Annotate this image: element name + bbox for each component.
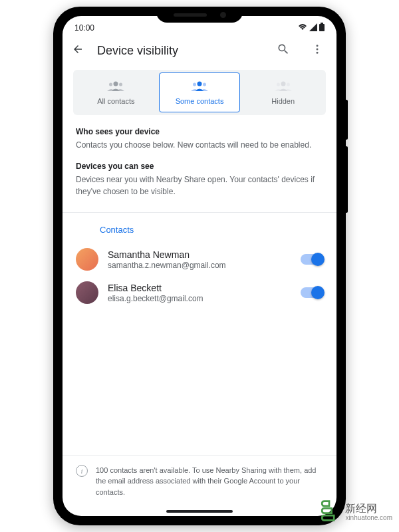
page-title: Device visibility: [97, 44, 259, 58]
section-title: Who sees your device: [76, 127, 323, 136]
phone-notch: [156, 7, 243, 23]
svg-point-6: [109, 83, 112, 86]
who-sees-section: Who sees your device Contacts you choose…: [63, 127, 336, 162]
svg-point-5: [114, 82, 118, 86]
info-icon: i: [76, 465, 88, 477]
svg-point-7: [119, 83, 122, 86]
contact-email: samantha.z.newman@gmail.com: [108, 261, 291, 270]
svg-rect-0: [321, 23, 323, 24]
visibility-tabs: All contacts Some contacts Hidden: [73, 70, 326, 115]
watermark-url: xinhuatone.com: [345, 514, 392, 521]
search-icon[interactable]: [273, 43, 294, 59]
nav-bar: [63, 511, 336, 516]
svg-rect-1: [319, 24, 325, 31]
back-button[interactable]: [72, 43, 84, 59]
contact-toggle[interactable]: [301, 254, 323, 265]
people-icon: [275, 80, 292, 94]
tab-hidden[interactable]: Hidden: [243, 72, 323, 112]
section-description: Contacts you choose below. New contacts …: [76, 139, 323, 151]
wifi-icon: [298, 23, 307, 33]
tab-label: Hidden: [271, 97, 295, 105]
battery-icon: [319, 23, 325, 33]
home-gesture-pill[interactable]: [166, 510, 233, 513]
svg-point-4: [317, 52, 319, 54]
svg-point-10: [203, 83, 206, 86]
app-bar: Device visibility: [63, 37, 336, 67]
svg-point-2: [317, 45, 319, 47]
svg-point-13: [287, 83, 290, 86]
svg-point-11: [281, 82, 285, 86]
watermark: 新经网 xinhuatone.com: [317, 499, 392, 525]
divider: [63, 212, 336, 213]
contact-toggle[interactable]: [301, 287, 323, 298]
watermark-logo-icon: [317, 499, 341, 525]
people-icon: [107, 80, 124, 94]
status-time: 10:00: [74, 23, 94, 33]
section-description: Devices near you with Nearby Share open.…: [76, 174, 323, 198]
contact-email: elisa.g.beckett@gmail.com: [108, 294, 291, 303]
contact-name: Elisa Beckett: [108, 283, 291, 293]
tab-label: All contacts: [97, 97, 134, 105]
phone-frame: 10:00 Device visibility: [53, 7, 346, 525]
contact-row: Samantha Newman samantha.z.newman@gmail.…: [63, 243, 336, 276]
contacts-header: Contacts: [63, 219, 336, 243]
avatar: [76, 248, 98, 271]
svg-point-9: [193, 83, 196, 86]
svg-point-3: [317, 49, 319, 51]
contact-name: Samantha Newman: [108, 249, 291, 260]
watermark-title: 新经网: [345, 503, 392, 515]
section-title: Devices you can see: [76, 162, 323, 171]
tab-label: Some contacts: [176, 97, 224, 105]
devices-section: Devices you can see Devices near you wit…: [63, 162, 336, 208]
footer-notice: i 100 contacts aren't available. To use …: [63, 455, 336, 511]
tab-all-contacts[interactable]: All contacts: [76, 72, 156, 112]
more-icon[interactable]: [307, 43, 327, 59]
people-icon: [191, 80, 208, 94]
signal-icon: [309, 23, 317, 33]
contact-row: Elisa Beckett elisa.g.beckett@gmail.com: [63, 276, 336, 309]
phone-screen: 10:00 Device visibility: [63, 16, 336, 516]
svg-point-12: [277, 83, 280, 86]
footer-text: 100 contacts aren't available. To use Ne…: [96, 465, 323, 498]
svg-point-8: [198, 82, 202, 86]
tab-some-contacts[interactable]: Some contacts: [159, 72, 241, 112]
avatar: [76, 281, 98, 304]
